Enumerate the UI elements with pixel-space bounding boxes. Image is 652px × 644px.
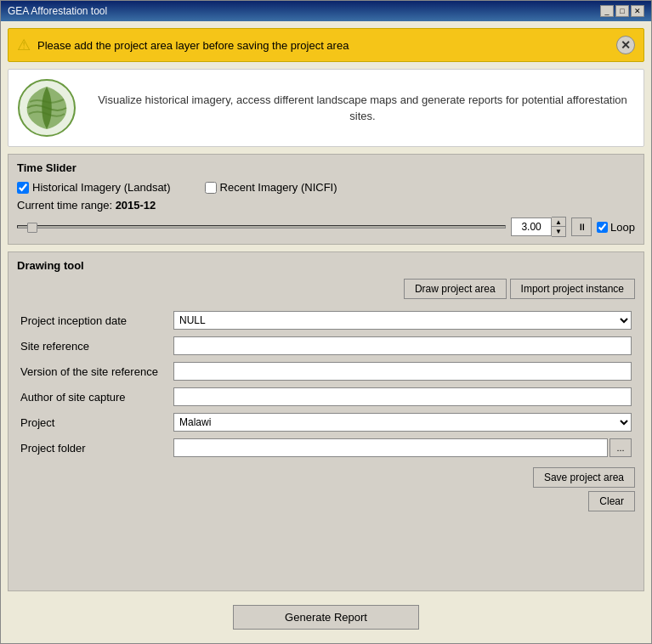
imagery-options-row: Historical Imagery (Landsat) Recent Imag… [17,181,635,194]
inception-date-row: Project inception date NULL [17,308,635,333]
titlebar-controls: _ □ ✕ [600,5,644,17]
logo-section: Visualize historical imagery, access dif… [8,69,644,147]
time-slider-title: Time Slider [17,161,635,174]
time-slider-track[interactable] [17,225,506,229]
folder-input-row: ... [173,438,632,457]
version-label: Version of the site reference [17,359,170,384]
spinbox-down-button[interactable]: ▼ [552,227,565,236]
project-folder-input[interactable] [173,438,608,457]
app-title: GEA Afforestation tool [8,5,107,17]
project-cell: Malawi Kenya Tanzania Uganda [170,410,635,435]
warning-icon: ⚠ [17,36,31,54]
draw-project-area-button[interactable]: Draw project area [404,279,507,299]
historical-imagery-label: Historical Imagery (Landsat) [32,181,171,194]
project-select[interactable]: Malawi Kenya Tanzania Uganda [173,413,632,432]
time-slider-thumb[interactable] [27,223,37,233]
slider-row: ▲ ▼ ⏸ Loop [17,217,635,237]
inception-date-select[interactable]: NULL [173,311,632,330]
save-project-area-button[interactable]: Save project area [533,467,635,488]
generate-section: Generate Report [8,598,644,636]
author-cell [170,384,635,410]
browse-button[interactable]: ... [609,438,632,457]
project-label: Project [17,410,170,435]
site-reference-cell [170,333,635,359]
import-project-instance-button[interactable]: Import project instance [510,279,635,299]
recent-imagery-label: Recent Imagery (NICFI) [220,181,337,194]
titlebar-title: GEA Afforestation tool [8,5,107,17]
project-folder-row: Project folder ... [17,435,635,460]
inception-date-cell: NULL [170,308,635,333]
author-label: Author of site capture [17,384,170,410]
warning-close-button[interactable]: ✕ [616,36,635,54]
spinbox-up-button[interactable]: ▲ [552,217,565,227]
recent-imagery-option[interactable]: Recent Imagery (NICFI) [205,181,337,194]
version-input[interactable] [173,362,632,381]
project-folder-cell: ... [170,435,635,460]
drawing-tool-section: Drawing tool Draw project area Import pr… [8,251,644,591]
current-range-display: Current time range: 2015-12 [17,199,635,212]
recent-imagery-checkbox[interactable] [205,182,217,194]
warning-banner: ⚠ Please add the project area layer befo… [8,28,644,62]
speed-spinbox[interactable]: ▲ ▼ [511,217,566,237]
project-row: Project Malawi Kenya Tanzania Uganda [17,410,635,435]
historical-imagery-checkbox[interactable] [17,182,29,194]
warning-text: Please add the project area layer before… [37,39,609,52]
version-cell [170,359,635,384]
speed-input[interactable] [511,217,552,236]
main-window: GEA Afforestation tool _ □ ✕ ⚠ Please ad… [0,0,652,644]
current-range-value: 2015-12 [116,199,156,212]
draw-buttons-row: Draw project area Import project instanc… [17,279,635,299]
generate-report-button[interactable]: Generate Report [233,605,419,630]
loop-label: Loop [610,221,635,234]
pause-button[interactable]: ⏸ [571,217,592,236]
maximize-button[interactable]: □ [615,5,629,17]
project-form: Project inception date NULL Site referen… [17,308,635,460]
titlebar: GEA Afforestation tool _ □ ✕ [1,1,651,21]
site-reference-input[interactable] [173,336,632,355]
inception-date-label: Project inception date [17,308,170,333]
spinbox-buttons: ▲ ▼ [552,217,566,237]
site-reference-label: Site reference [17,333,170,359]
version-row: Version of the site reference [17,359,635,384]
author-row: Author of site capture [17,384,635,410]
app-description: Visualize historical imagery, access dif… [90,92,635,125]
minimize-button[interactable]: _ [600,5,614,17]
loop-checkbox[interactable] [597,222,608,233]
site-reference-row: Site reference [17,333,635,359]
time-slider-section: Time Slider Historical Imagery (Landsat)… [8,154,644,245]
historical-imagery-option[interactable]: Historical Imagery (Landsat) [17,181,171,194]
drawing-tool-title: Drawing tool [17,259,635,272]
clear-button[interactable]: Clear [588,491,635,511]
main-content: ⚠ Please add the project area layer befo… [1,21,651,643]
close-button[interactable]: ✕ [631,5,644,17]
author-input[interactable] [173,387,632,406]
project-folder-label: Project folder [17,435,170,460]
time-slider-content: Historical Imagery (Landsat) Recent Imag… [17,181,635,237]
action-buttons: Save project area Clear [17,467,635,511]
loop-option[interactable]: Loop [597,221,635,234]
app-logo [17,78,77,138]
